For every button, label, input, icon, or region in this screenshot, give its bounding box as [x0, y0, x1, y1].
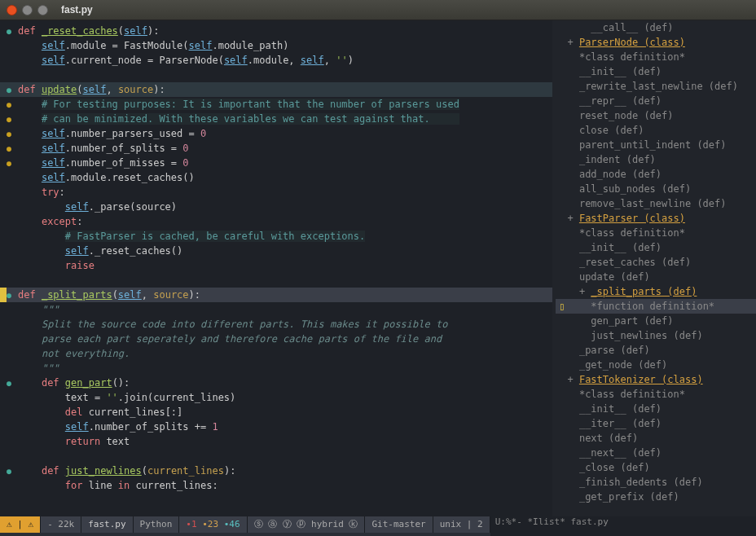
code-line[interactable]: ● self.number_of_misses = 0: [0, 156, 552, 170]
ilist-item[interactable]: all_sub_nodes (def): [556, 182, 756, 196]
gutter-marker: [0, 53, 18, 68]
code-line[interactable]: for line in current_lines:: [0, 478, 552, 493]
code-line[interactable]: self.current_node = ParserNode(self.modu…: [0, 53, 552, 68]
ilist-item[interactable]: + ParserNode (class): [556, 35, 756, 50]
code-line[interactable]: ● # For testing purposes: It is importan…: [0, 97, 552, 112]
ilist-item[interactable]: + FastTokenizer (class): [556, 372, 756, 387]
ilist-item[interactable]: __call__ (def): [556, 20, 756, 35]
ilist-item[interactable]: _rewrite_last_newline (def): [556, 79, 756, 94]
ilist-item[interactable]: next (def): [556, 431, 756, 446]
gutter-marker: ●: [0, 156, 18, 170]
ilist-item[interactable]: __init__ (def): [556, 402, 756, 416]
ilist-item[interactable]: __init__ (def): [556, 64, 756, 79]
gutter-marker: [0, 38, 18, 53]
ilist-item[interactable]: __repr__ (def): [556, 94, 756, 108]
gutter-marker: [0, 302, 18, 317]
gutter-marker: [0, 449, 18, 464]
code-line[interactable]: ● self.number_of_splits = 0: [0, 141, 552, 156]
gutter-marker: [0, 214, 18, 229]
ilist-item[interactable]: + _split_parts (def): [556, 284, 756, 299]
editor-pane[interactable]: ●def _reset_caches(self): self.module = …: [0, 20, 552, 516]
code-line[interactable]: [0, 273, 552, 288]
code-line[interactable]: self._parse(source): [0, 200, 552, 214]
ilist-item[interactable]: __next__ (def): [556, 446, 756, 460]
ilist-item[interactable]: _indent (def): [556, 152, 756, 167]
close-icon[interactable]: [7, 5, 17, 15]
window-titlebar: fast.py: [0, 0, 756, 20]
gutter-marker: ●: [0, 97, 18, 112]
ilist-item[interactable]: remove_last_newline (def): [556, 196, 756, 211]
ilist-item[interactable]: just_newlines (def): [556, 328, 756, 343]
code-line[interactable]: except:: [0, 214, 552, 229]
ilist-item[interactable]: __iter__ (def): [556, 416, 756, 431]
expand-icon[interactable]: +: [567, 374, 578, 385]
ilist-item[interactable]: ▯ *function definition*: [556, 299, 756, 314]
ilist-item[interactable]: add_node (def): [556, 167, 756, 182]
code-line[interactable]: ● # can be minimized. With these variabl…: [0, 112, 552, 126]
code-line[interactable]: text = ''.join(current_lines): [0, 390, 552, 405]
code-line[interactable]: raise: [0, 258, 552, 273]
code-line[interactable]: try:: [0, 185, 552, 200]
ilist-item[interactable]: gen_part (def): [556, 314, 756, 328]
maximize-icon[interactable]: [37, 5, 48, 15]
ilist-item[interactable]: *class definition*: [556, 226, 756, 240]
ilist-item[interactable]: *class definition*: [556, 387, 756, 402]
ilist-item[interactable]: parent_until_indent (def): [556, 138, 756, 152]
code-line[interactable]: [0, 449, 552, 464]
ilist-item[interactable]: __init__ (def): [556, 240, 756, 255]
gutter-marker: [0, 244, 18, 258]
ilist-item[interactable]: _get_node (def): [556, 358, 756, 372]
gutter-marker: [0, 434, 18, 449]
code-line[interactable]: # FastParser is cached, be careful with …: [0, 229, 552, 244]
code-line[interactable]: [0, 68, 552, 82]
code-line[interactable]: """: [0, 361, 552, 376]
code-line[interactable]: ●def update(self, source):: [0, 82, 552, 97]
code-line[interactable]: self.module = FastModule(self.module_pat…: [0, 38, 552, 53]
gutter-marker: [0, 229, 18, 244]
code-line[interactable]: ●def _reset_caches(self):: [0, 24, 552, 38]
gutter-marker: [0, 405, 18, 420]
gutter-marker: [0, 185, 18, 200]
ilist-item[interactable]: + FastParser (class): [556, 211, 756, 226]
ilist-item[interactable]: *class definition*: [556, 50, 756, 64]
code-line[interactable]: ● def just_newlines(current_lines):: [0, 464, 552, 478]
code-line[interactable]: ●def _split_parts(self, source):: [0, 288, 552, 302]
ilist-item[interactable]: update (def): [556, 270, 756, 284]
code-line[interactable]: self.number_of_splits += 1: [0, 420, 552, 434]
code-line[interactable]: del current_lines[:]: [0, 405, 552, 420]
statusbar-segment: unix | 2: [433, 516, 490, 533]
code-line[interactable]: not everything.: [0, 346, 552, 361]
gutter-marker: [0, 200, 18, 214]
code-line[interactable]: """: [0, 302, 552, 317]
code-line[interactable]: parse each part seperately and therefore…: [0, 332, 552, 346]
ilist-item[interactable]: _reset_caches (def): [556, 255, 756, 270]
statusbar-segment: ⓢ ⓐ ⓨ ⓟ hybrid ⓚ: [248, 516, 366, 533]
gutter-marker: ●: [0, 464, 18, 478]
gutter-marker: [0, 317, 18, 332]
gutter-marker: ●: [0, 24, 18, 38]
ilist-item[interactable]: _close (def): [556, 460, 756, 475]
code-line[interactable]: ● def gen_part():: [0, 376, 552, 390]
expand-icon[interactable]: +: [579, 286, 591, 297]
expand-icon[interactable]: +: [567, 213, 578, 224]
expand-icon[interactable]: +: [567, 37, 578, 48]
code-line[interactable]: self.module.reset_caches(): [0, 170, 552, 185]
code-line[interactable]: Split the source code into different par…: [0, 317, 552, 332]
ilist-item[interactable]: _finish_dedents (def): [556, 475, 756, 490]
ilist-pane[interactable]: __call__ (def) + ParserNode (class) *cla…: [552, 20, 756, 516]
ilist-item[interactable]: _get_prefix (def): [556, 490, 756, 504]
gutter-marker: [0, 170, 18, 185]
code-line[interactable]: ● self.number_parsers_used = 0: [0, 126, 552, 141]
minimize-icon[interactable]: [22, 5, 33, 15]
window-title: fast.py: [61, 4, 93, 15]
statusbar-segment: ⚠ | ⚠: [0, 516, 41, 533]
statusbar-segment: Git-master: [365, 516, 433, 533]
code-line[interactable]: return text: [0, 434, 552, 449]
gutter-marker: [0, 273, 18, 288]
ilist-item[interactable]: reset_node (def): [556, 108, 756, 123]
gutter-marker: ●: [0, 376, 18, 390]
ilist-item[interactable]: close (def): [556, 123, 756, 138]
code-line[interactable]: self._reset_caches(): [0, 244, 552, 258]
ilist-item[interactable]: _parse (def): [556, 343, 756, 358]
statusbar: ⚠ | ⚠- 22kfast.pyPython•1 •23 •46ⓢ ⓐ ⓨ ⓟ…: [0, 516, 756, 536]
